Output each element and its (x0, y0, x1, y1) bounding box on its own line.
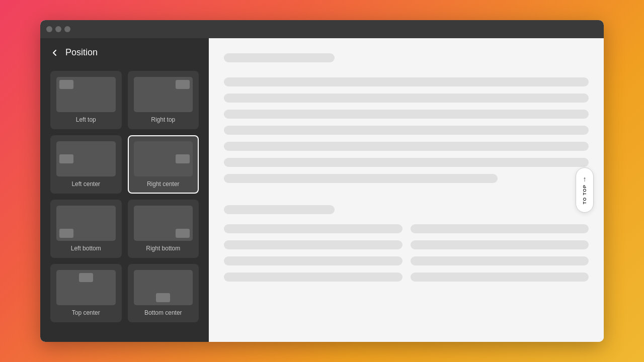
preview-bottom-center (134, 270, 193, 305)
position-item-right-top[interactable]: Right top (128, 71, 199, 129)
widget-indicator (176, 80, 190, 89)
position-label-top-center: Top center (72, 309, 100, 316)
skeleton-line (224, 240, 403, 249)
position-label-bottom-center: Bottom center (144, 309, 182, 316)
preview-right-top (134, 77, 193, 112)
skeleton-two-col (224, 256, 589, 265)
widget-indicator (59, 154, 73, 163)
position-item-left-top[interactable]: Left top (50, 71, 122, 129)
position-item-right-bottom[interactable]: Right bottom (128, 200, 199, 258)
preview-top-center (56, 270, 116, 305)
skeleton-line (411, 256, 589, 265)
skeleton-two-col (224, 273, 589, 282)
position-label-right-top: Right top (151, 116, 175, 123)
skeleton-line (224, 53, 335, 62)
close-button[interactable] (46, 26, 52, 32)
skeleton-line (411, 273, 589, 282)
main-content: ↑ TO TOP (209, 38, 604, 342)
sidebar-header: Position (40, 38, 209, 66)
minimize-button[interactable] (55, 26, 61, 32)
skeleton-line (224, 158, 589, 167)
widget-indicator (59, 80, 73, 89)
maximize-button[interactable] (64, 26, 70, 32)
content-area: Position Left top Right top (40, 38, 604, 342)
position-label-left-top: Left top (76, 116, 96, 123)
skeleton-line (224, 77, 589, 86)
to-top-arrow-icon: ↑ (583, 175, 587, 183)
titlebar (40, 20, 604, 38)
window: Position Left top Right top (40, 20, 604, 342)
skeleton-line (224, 142, 589, 151)
to-top-label: TO TOP (582, 185, 587, 204)
preview-left-bottom (56, 206, 116, 241)
preview-left-top (56, 77, 116, 112)
position-item-top-center[interactable]: Top center (50, 264, 122, 322)
position-label-right-bottom: Right bottom (146, 245, 180, 252)
position-label-left-bottom: Left bottom (71, 245, 101, 252)
sidebar: Position Left top Right top (40, 38, 209, 342)
skeleton-line (411, 224, 589, 233)
position-item-left-center[interactable]: Left center (50, 135, 122, 194)
position-label-right-center: Right center (147, 180, 180, 188)
skeleton-line (224, 256, 403, 265)
back-button[interactable] (50, 48, 59, 57)
position-item-bottom-center[interactable]: Bottom center (128, 264, 199, 322)
skeleton-line (224, 205, 335, 214)
preview-left-center (56, 141, 116, 176)
skeleton-line (224, 126, 589, 135)
skeleton-line (224, 110, 589, 119)
traffic-lights (46, 26, 70, 32)
preview-right-center (134, 141, 193, 176)
skeleton-line (224, 94, 589, 103)
skeleton-two-col (224, 240, 589, 249)
skeleton-line (411, 240, 589, 249)
widget-indicator (59, 229, 73, 238)
to-top-button[interactable]: ↑ TO TOP (576, 167, 594, 213)
widget-indicator (176, 229, 190, 238)
position-item-right-center[interactable]: Right center (128, 135, 199, 194)
skeleton-two-col (224, 224, 589, 233)
skeleton-line (224, 224, 403, 233)
widget-indicator (176, 154, 190, 163)
preview-right-bottom (134, 206, 193, 241)
position-item-left-bottom[interactable]: Left bottom (50, 200, 122, 258)
position-label-left-center: Left center (71, 180, 100, 188)
widget-indicator (156, 293, 170, 302)
sidebar-title: Position (65, 47, 98, 58)
skeleton-line (224, 273, 403, 282)
position-grid: Left top Right top Left center (40, 66, 209, 327)
widget-indicator (79, 273, 93, 282)
skeleton-line (224, 174, 498, 183)
